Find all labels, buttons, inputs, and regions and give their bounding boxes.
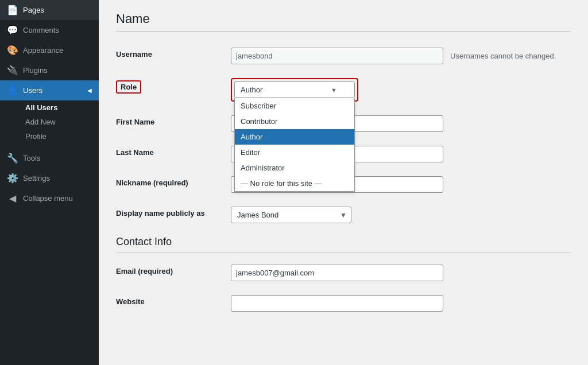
- sidebar-settings-label: Settings: [23, 174, 50, 182]
- website-label: Website: [116, 288, 231, 319]
- username-input[interactable]: [231, 48, 443, 64]
- collapse-icon: ◀: [7, 193, 18, 204]
- pages-icon: 📄: [7, 5, 18, 15]
- role-option-editor[interactable]: Editor: [235, 145, 354, 160]
- display-name-label: Display name publicly as: [116, 200, 231, 230]
- username-field-row: Usernames cannot be changed.: [231, 48, 571, 64]
- sidebar-tools-label: Tools: [23, 154, 40, 162]
- contact-form-table: Email (required) Website: [116, 258, 571, 319]
- sidebar-comments-label: Comments: [23, 26, 59, 34]
- display-name-row: Display name publicly as James Bond ▼: [116, 200, 571, 230]
- form-table: Username Usernames cannot be changed. Ro…: [116, 41, 571, 230]
- sidebar-pages-label: Pages: [23, 6, 44, 14]
- nickname-label: Nickname (required): [116, 169, 231, 200]
- contact-section-title: Contact Info: [116, 236, 571, 253]
- sidebar-appearance-label: Appearance: [23, 46, 63, 55]
- sidebar-item-tools[interactable]: 🔧 Tools: [0, 148, 99, 168]
- role-option-no-role[interactable]: — No role for this site —: [235, 176, 354, 191]
- tools-icon: 🔧: [7, 153, 18, 164]
- sidebar-item-users[interactable]: 👤 Users ◀: [0, 80, 99, 100]
- users-icon: 👤: [7, 85, 18, 96]
- username-note: Usernames cannot be changed.: [450, 52, 556, 60]
- submenu-all-users[interactable]: All Users: [21, 100, 99, 115]
- submenu-add-new[interactable]: Add New: [21, 115, 99, 129]
- username-row: Username Usernames cannot be changed.: [116, 41, 571, 71]
- appearance-icon: 🎨: [7, 45, 18, 56]
- email-row: Email (required): [116, 258, 571, 288]
- email-input[interactable]: [231, 265, 443, 281]
- website-row: Website: [116, 288, 571, 319]
- role-custom-dropdown: Author ▼ Subscriber Contributor Author E…: [234, 81, 355, 98]
- sidebar-item-collapse[interactable]: ◀ Collapse menu: [0, 188, 99, 208]
- role-option-contributor[interactable]: Contributor: [235, 114, 354, 129]
- first-name-label: First Name: [116, 108, 231, 139]
- sidebar-item-pages[interactable]: 📄 Pages: [0, 0, 99, 20]
- main-content: Name Username Usernames cannot be change…: [99, 0, 588, 365]
- role-selected-value: Author: [241, 86, 262, 94]
- role-dropdown-border: Author ▼ Subscriber Contributor Author E…: [231, 78, 358, 102]
- users-arrow: ◀: [87, 87, 92, 94]
- settings-icon: ⚙️: [7, 173, 18, 184]
- role-option-author[interactable]: Author: [235, 129, 354, 145]
- role-dropdown-list: Subscriber Contributor Author Editor Adm…: [234, 98, 355, 192]
- website-input[interactable]: [231, 295, 443, 312]
- comments-icon: 💬: [7, 25, 18, 36]
- display-name-select-wrapper: James Bond ▼: [231, 207, 351, 223]
- sidebar-collapse-label: Collapse menu: [23, 194, 73, 203]
- username-label: Username: [116, 41, 231, 71]
- plugins-icon: 🔌: [7, 65, 18, 76]
- display-name-select[interactable]: James Bond: [231, 207, 351, 223]
- role-label: Role: [116, 80, 141, 94]
- sidebar-item-settings[interactable]: ⚙️ Settings: [0, 168, 99, 188]
- sidebar-plugins-label: Plugins: [23, 66, 48, 75]
- sidebar-users-label: Users: [23, 86, 42, 95]
- role-chevron-icon: ▼: [331, 87, 337, 94]
- sidebar: 📄 Pages 💬 Comments 🎨 Appearance 🔌 Plugin…: [0, 0, 99, 365]
- sidebar-item-appearance[interactable]: 🎨 Appearance: [0, 40, 99, 60]
- role-row: Role Author ▼ Subscriber Contributor Aut…: [116, 71, 571, 108]
- role-dropdown-trigger[interactable]: Author ▼: [234, 81, 355, 98]
- name-section-title: Name: [116, 11, 571, 32]
- sidebar-item-comments[interactable]: 💬 Comments: [0, 20, 99, 40]
- submenu-profile[interactable]: Profile: [21, 129, 99, 143]
- role-option-administrator[interactable]: Administrator: [235, 160, 354, 176]
- email-label: Email (required): [116, 258, 231, 288]
- sidebar-item-plugins[interactable]: 🔌 Plugins: [0, 60, 99, 80]
- users-submenu: All Users Add New Profile: [0, 100, 99, 143]
- last-name-label: Last Name: [116, 139, 231, 169]
- role-option-subscriber[interactable]: Subscriber: [235, 98, 354, 114]
